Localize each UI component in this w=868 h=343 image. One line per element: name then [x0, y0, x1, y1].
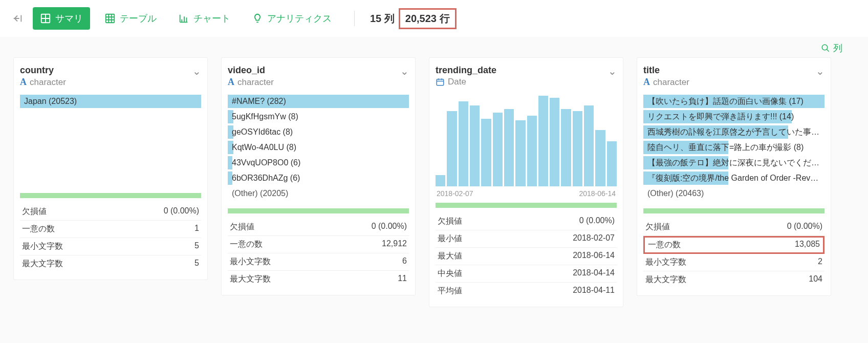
column-card-video_id: video_idAcharacter⌄#NAME? (282)5ugKfHgsm…: [221, 57, 416, 295]
stat-key: 最大文字数: [645, 274, 686, 285]
stat-key: 一意の数: [22, 224, 55, 234]
stats-list: 欠損値0 (0.00%)一意の数1最小文字数5最大文字数5: [20, 203, 201, 272]
collapse-sidebar-icon[interactable]: [11, 12, 24, 25]
value-bar-label: 6bOR36DhAZg (6): [228, 174, 409, 183]
stat-key: 最大文字数: [230, 274, 271, 285]
stat-value: 0 (0.00%): [372, 222, 407, 232]
column-type: Acharacter: [20, 77, 66, 88]
value-bar-label: 西城秀樹の訃報を江原啓之が予言していた事…: [643, 127, 824, 138]
toolbar-divider: [354, 11, 355, 26]
value-bar-row[interactable]: 『復刻版:空の境界/the Garden of Order -Rev…: [643, 170, 824, 186]
stat-value: 12,912: [382, 239, 407, 250]
dataset-meta: 15 列 20,523 行: [370, 8, 457, 29]
value-bar-label: 『復刻版:空の境界/the Garden of Order -Rev…: [643, 173, 824, 184]
svg-rect-3: [437, 79, 444, 85]
chevron-down-icon[interactable]: ⌄: [816, 65, 824, 77]
value-bar-row[interactable]: 【吹いたら負け】話題の面白い画像集 (17): [643, 94, 824, 109]
tab-analytics[interactable]: アナリティクス: [245, 7, 339, 30]
stat-value: 0 (0.00%): [164, 206, 199, 217]
stat-key: 平均値: [438, 286, 462, 296]
tab-chart[interactable]: チャート: [171, 7, 237, 30]
character-type-icon: A: [228, 77, 234, 88]
value-bar-row[interactable]: #NAME? (282): [228, 94, 409, 109]
column-card-trending_date: trending_dateDate⌄2018-02-072018-06-14欠損…: [429, 57, 623, 307]
value-bar-row[interactable]: 43VvqUOP8O0 (6): [228, 155, 409, 170]
value-bar-row[interactable]: 西城秀樹の訃報を江原啓之が予言していた事…: [643, 124, 824, 140]
stat-value: 0 (0.00%): [787, 222, 822, 232]
search-icon: [821, 44, 830, 53]
stat-key: 最小文字数: [230, 256, 271, 267]
value-bar-row[interactable]: Japan (20523): [20, 94, 201, 109]
value-bar-row[interactable]: 【最強の飯テロ】絶対に深夜に見ないでくだ…: [643, 155, 824, 170]
stat-value: 13,085: [795, 240, 820, 250]
column-name: video_id: [228, 65, 274, 76]
stat-value: 2018-02-07: [573, 233, 615, 244]
stat-key: 欠損値: [22, 206, 47, 217]
stat-row: 欠損値0 (0.00%): [643, 219, 824, 236]
stat-key: 最大値: [438, 251, 462, 262]
stat-key: 最大文字数: [22, 259, 63, 269]
chevron-down-icon[interactable]: ⌄: [608, 65, 617, 77]
stat-key: 一意の数: [648, 240, 681, 250]
histogram: 2018-02-072018-06-14: [436, 91, 617, 199]
stat-value: 2018-06-14: [573, 251, 615, 262]
stat-row: 一意の数1: [20, 221, 201, 238]
axis-start: 2018-02-07: [437, 189, 473, 198]
stat-value: 2018-04-11: [573, 286, 615, 296]
character-type-icon: A: [20, 77, 27, 88]
tab-label: チャート: [193, 12, 230, 25]
column-card-country: countryAcharacter⌄Japan (20523)欠損値0 (0.0…: [13, 57, 208, 280]
stat-row: 中央値2018-04-14: [436, 265, 617, 283]
stat-row: 最小値2018-02-07: [436, 230, 617, 248]
value-bar-label: 43VvqUOP8O0 (6): [228, 158, 409, 167]
stat-key: 最小値: [438, 233, 462, 244]
axis-end: 2018-06-14: [579, 189, 616, 198]
stat-value: 5: [194, 241, 199, 252]
card-header: trending_dateDate⌄: [436, 63, 617, 91]
completeness-bar: [228, 208, 409, 213]
other-row: (Other) (20463): [643, 186, 824, 201]
chevron-down-icon[interactable]: ⌄: [400, 65, 409, 77]
stats-list: 欠損値0 (0.00%)一意の数13,085最小文字数2最大文字数104: [643, 219, 824, 288]
stats-list: 欠損値0 (0.00%)最小値2018-02-07最大値2018-06-14中央…: [436, 213, 617, 299]
column-type: Acharacter: [228, 77, 274, 88]
date-icon: [436, 77, 445, 87]
stat-row: 最大値2018-06-14: [436, 248, 617, 265]
value-bar-row[interactable]: geOSYId6tac (8): [228, 124, 409, 140]
stat-value: 104: [809, 274, 822, 285]
stat-row: 最小文字数2: [643, 254, 824, 271]
chevron-down-icon[interactable]: ⌄: [192, 65, 201, 77]
value-bar-row[interactable]: リクエストを即興で弾き語ります!!! (14): [643, 109, 824, 124]
column-name: country: [20, 65, 66, 76]
stat-row: 欠損値0 (0.00%): [20, 203, 201, 221]
column-card-title: titleAcharacter⌄【吹いたら負け】話題の面白い画像集 (17)リク…: [637, 57, 831, 296]
stat-row: 欠損値0 (0.00%): [436, 213, 617, 230]
column-search[interactable]: 列: [821, 42, 853, 54]
stat-value: 6: [402, 256, 407, 267]
summary-cards: countryAcharacter⌄Japan (20523)欠損値0 (0.0…: [0, 57, 868, 320]
stat-row: 平均値2018-04-11: [436, 283, 617, 299]
completeness-bar: [20, 193, 201, 198]
column-type: Acharacter: [643, 77, 689, 88]
column-search-label: 列: [833, 42, 842, 54]
completeness-bar: [643, 208, 824, 213]
stat-key: 中央値: [438, 268, 462, 279]
value-bar-row[interactable]: KqtWo-4A0LU (8): [228, 140, 409, 155]
tab-summary[interactable]: サマリ: [33, 7, 90, 30]
value-bar-row[interactable]: 陸自ヘリ、垂直に落下=路上の車が撮影 (8): [643, 140, 824, 155]
stat-row: 最大文字数11: [228, 271, 409, 288]
character-type-icon: A: [643, 77, 650, 88]
value-bar-row[interactable]: 5ugKfHgsmYw (8): [228, 109, 409, 124]
stat-key: 最小文字数: [22, 241, 63, 252]
value-bar-label: 5ugKfHgsmYw (8): [228, 112, 409, 121]
stat-value: 1: [194, 224, 199, 234]
analytics-icon: [252, 13, 263, 24]
value-bar-label: KqtWo-4A0LU (8): [228, 143, 409, 152]
chart-icon: [178, 13, 189, 24]
value-bar-label: 【最強の飯テロ】絶対に深夜に見ないでくだ…: [643, 158, 824, 168]
value-bar-label: リクエストを即興で弾き語ります!!! (14): [643, 112, 824, 122]
tab-table[interactable]: テーブル: [97, 7, 164, 30]
value-bar-row[interactable]: 6bOR36DhAZg (6): [228, 170, 409, 186]
stats-list: 欠損値0 (0.00%)一意の数12,912最小文字数6最大文字数11: [228, 219, 409, 288]
column-name: trending_date: [436, 65, 496, 76]
